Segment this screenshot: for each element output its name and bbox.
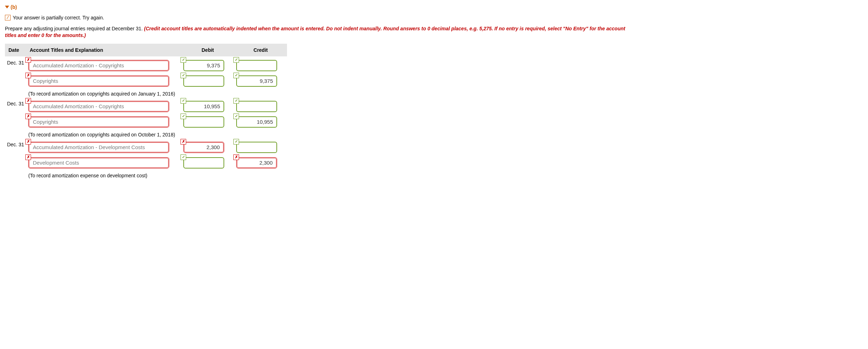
account-title-input[interactable] <box>28 60 169 71</box>
credit-input[interactable] <box>236 60 277 71</box>
x-icon: ✗ <box>25 114 31 119</box>
credit-cell: ✓ <box>234 113 287 128</box>
debit-cell: ✓ <box>181 113 234 128</box>
credit-input[interactable] <box>236 101 277 112</box>
account-cell: ✗ <box>26 154 181 169</box>
account-title-input[interactable] <box>28 142 169 153</box>
explanation-row: (To record amortization on copyrights ac… <box>5 128 287 138</box>
explanation-row: (To record amortization on copyrights ac… <box>5 87 287 97</box>
col-credit: Credit <box>234 44 287 56</box>
credit-input[interactable] <box>236 157 277 169</box>
debit-cell: ✗ <box>181 138 234 154</box>
account-cell: ✗ <box>26 138 181 154</box>
date-cell <box>5 113 26 128</box>
explanation-text: (To record amortization on copyrights ac… <box>26 87 287 97</box>
explanation-text: (To record amortization on copyrights ac… <box>26 128 287 138</box>
credit-cell: ✓ <box>234 56 287 72</box>
instructions-plain: Prepare any adjusting journal entries re… <box>5 26 144 31</box>
account-title-input[interactable] <box>28 75 169 87</box>
debit-input[interactable] <box>183 75 224 87</box>
x-icon: ✗ <box>25 73 31 78</box>
account-cell: ✗ <box>26 72 181 87</box>
check-icon: ✓ <box>181 154 186 160</box>
check-icon: ✓ <box>233 73 239 78</box>
journal-line: Dec. 31✗✓✓ <box>5 56 287 72</box>
feedback-text: Your answer is partially correct. Try ag… <box>13 15 104 20</box>
explanation-text: (To record amortization expense on devel… <box>26 169 287 179</box>
x-icon: ✗ <box>25 98 31 104</box>
credit-cell: ✗ <box>234 154 287 169</box>
account-title-input[interactable] <box>28 116 169 128</box>
debit-input[interactable] <box>183 142 224 153</box>
x-icon: ✗ <box>25 139 31 145</box>
debit-input[interactable] <box>183 101 224 112</box>
journal-table: Date Account Titles and Explanation Debi… <box>5 44 287 179</box>
collapse-icon <box>5 6 9 8</box>
debit-cell: ✓ <box>181 97 234 113</box>
date-cell: Dec. 31 <box>5 97 26 113</box>
feedback-row: ⁄ Your answer is partially correct. Try … <box>5 15 863 20</box>
account-title-input[interactable] <box>28 157 169 169</box>
debit-input[interactable] <box>183 60 224 71</box>
col-debit: Debit <box>181 44 234 56</box>
x-icon: ✗ <box>233 154 239 160</box>
debit-cell: ✓ <box>181 154 234 169</box>
check-icon: ✓ <box>181 57 186 63</box>
partial-correct-icon: ⁄ <box>5 15 11 20</box>
x-icon: ✗ <box>25 57 31 63</box>
instructions: Prepare any adjusting journal entries re… <box>5 25 625 39</box>
col-acct: Account Titles and Explanation <box>26 44 181 56</box>
credit-cell: ✓ <box>234 138 287 154</box>
check-icon: ✓ <box>233 114 239 119</box>
date-cell <box>5 154 26 169</box>
check-icon: ✓ <box>181 98 186 104</box>
date-cell <box>5 72 26 87</box>
date-cell: Dec. 31 <box>5 138 26 154</box>
account-title-input[interactable] <box>28 101 169 112</box>
date-cell: Dec. 31 <box>5 56 26 72</box>
col-date: Date <box>5 44 26 56</box>
credit-input[interactable] <box>236 142 277 153</box>
check-icon: ✓ <box>181 73 186 78</box>
journal-line: Dec. 31✗✓✓ <box>5 97 287 113</box>
debit-input[interactable] <box>183 157 224 169</box>
journal-line: ✗✓✓ <box>5 113 287 128</box>
part-label-text: (b) <box>11 4 17 10</box>
check-icon: ✓ <box>233 98 239 104</box>
credit-cell: ✓ <box>234 97 287 113</box>
journal-line: ✗✓✗ <box>5 154 287 169</box>
journal-line: ✗✓✓ <box>5 72 287 87</box>
credit-input[interactable] <box>236 116 277 128</box>
debit-cell: ✓ <box>181 72 234 87</box>
credit-cell: ✓ <box>234 72 287 87</box>
debit-input[interactable] <box>183 116 224 128</box>
credit-input[interactable] <box>236 75 277 87</box>
check-icon: ✓ <box>233 139 239 145</box>
x-icon: ✗ <box>181 139 186 145</box>
check-icon: ✓ <box>181 114 186 119</box>
account-cell: ✗ <box>26 97 181 113</box>
check-icon: ✓ <box>233 57 239 63</box>
account-cell: ✗ <box>26 56 181 72</box>
debit-cell: ✓ <box>181 56 234 72</box>
part-header[interactable]: (b) <box>5 4 863 10</box>
x-icon: ✗ <box>25 154 31 160</box>
explanation-row: (To record amortization expense on devel… <box>5 169 287 179</box>
account-cell: ✗ <box>26 113 181 128</box>
journal-line: Dec. 31✗✗✓ <box>5 138 287 154</box>
